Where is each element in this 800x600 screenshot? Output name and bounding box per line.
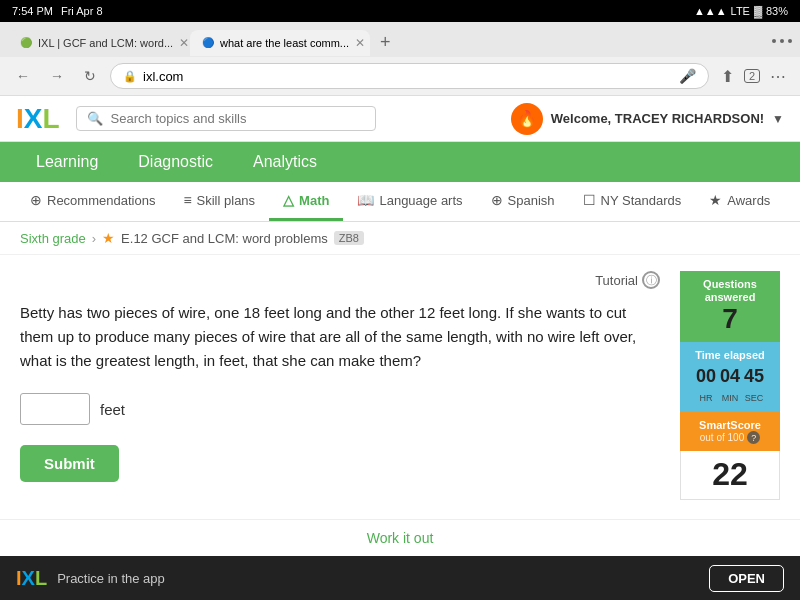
forward-button[interactable]: → — [44, 66, 70, 86]
tab-languagearts[interactable]: 📖 Language arts — [343, 182, 476, 221]
smartscore-value: 22 — [685, 457, 775, 492]
answer-row: feet — [20, 393, 660, 425]
tab-skillplans[interactable]: ≡ Skill plans — [169, 182, 269, 221]
lock-icon: 🔒 — [123, 70, 137, 83]
open-app-button[interactable]: OPEN — [709, 565, 784, 592]
tab1-favicon: 🟢 — [20, 37, 32, 48]
url-input[interactable] — [143, 69, 673, 84]
tab-count[interactable]: 2 — [744, 69, 760, 83]
submit-button[interactable]: Submit — [20, 445, 119, 482]
tab-math-label: Math — [299, 193, 329, 208]
breadcrumb-parent[interactable]: Sixth grade — [20, 231, 86, 246]
tab2-favicon: 🔵 — [202, 37, 214, 48]
share-button[interactable]: ⬆ — [717, 65, 738, 88]
tab-awards-label: Awards — [727, 193, 770, 208]
lte-icon: LTE — [731, 5, 750, 17]
tab-skillplans-label: Skill plans — [197, 193, 256, 208]
hr-value: 00 — [696, 366, 716, 387]
user-greeting[interactable]: Welcome, TRACEY RICHARDSON! — [551, 111, 764, 126]
sec-value: 45 — [744, 366, 764, 387]
answer-unit: feet — [100, 401, 125, 418]
battery-icon: ▓ — [754, 5, 762, 17]
tab2-title: what are the least comm... — [220, 37, 349, 49]
banner-logo-l: L — [35, 567, 47, 590]
time-hr: 00 HR — [696, 366, 716, 405]
search-input[interactable] — [111, 111, 365, 126]
tab-languagearts-label: Language arts — [379, 193, 462, 208]
smartscore-sub-text: out of 100 — [700, 432, 744, 443]
browser-tab-1[interactable]: 🟢 IXL | GCF and LCM: word... ✕ — [8, 30, 188, 56]
tab1-title: IXL | GCF and LCM: word... — [38, 37, 173, 49]
status-icons: ▲▲▲ LTE ▓ 83% — [694, 5, 788, 17]
menu-button[interactable]: ⋯ — [766, 65, 790, 88]
browser-tab-2[interactable]: 🔵 what are the least comm... ✕ — [190, 30, 370, 56]
nystandards-icon: ☐ — [583, 192, 596, 208]
tab1-close[interactable]: ✕ — [179, 36, 188, 50]
logo-l: L — [42, 103, 59, 135]
ixl-logo[interactable]: I X L — [16, 103, 60, 135]
user-area: 🔥 Welcome, TRACEY RICHARDSON! ▼ — [511, 103, 784, 135]
smartscore-label: SmartScore — [685, 419, 775, 431]
questions-value: 7 — [685, 304, 775, 335]
breadcrumb-sep: › — [92, 231, 96, 246]
tab-spanish-label: Spanish — [508, 193, 555, 208]
browser-nav-bar: ← → ↻ 🔒 🎤 ⬆ 2 ⋯ — [0, 57, 800, 95]
nav-right-buttons: ⬆ 2 ⋯ — [717, 65, 790, 88]
reload-button[interactable]: ↻ — [78, 66, 102, 86]
tab2-close[interactable]: ✕ — [355, 36, 365, 50]
time-label: Time elapsed — [685, 349, 775, 362]
nav-diagnostic[interactable]: Diagnostic — [118, 142, 233, 182]
skillplans-icon: ≡ — [183, 192, 191, 208]
main-nav: Learning Diagnostic Analytics — [0, 142, 800, 182]
answer-input[interactable] — [20, 393, 90, 425]
time-sec: 45 SEC — [744, 366, 764, 405]
time-display: 7:54 PM — [12, 5, 53, 17]
search-icon: 🔍 — [87, 111, 103, 126]
hr-label: HR — [699, 393, 712, 403]
time-elapsed-box: Time elapsed 00 HR 04 MIN 45 SEC — [680, 342, 780, 412]
tab-spanish[interactable]: ⊕ Spanish — [477, 182, 569, 221]
tab-recommendations-label: Recommendations — [47, 193, 155, 208]
address-bar[interactable]: 🔒 🎤 — [110, 63, 709, 89]
time-min: 04 MIN — [720, 366, 740, 405]
sec-label: SEC — [745, 393, 764, 403]
math-icon: △ — [283, 192, 294, 208]
battery-percent: 83% — [766, 5, 788, 17]
work-it-out[interactable]: Work it out — [0, 519, 800, 556]
questions-answered-box: Questions answered 7 — [680, 271, 780, 342]
tutorial-help-icon[interactable]: ⓘ — [642, 271, 660, 289]
tab-nystandards[interactable]: ☐ NY Standards — [569, 182, 696, 221]
mic-icon: 🎤 — [679, 68, 696, 84]
new-tab-button[interactable]: + — [372, 28, 399, 57]
dropdown-icon[interactable]: ▼ — [772, 112, 784, 126]
tab-bar: 🟢 IXL | GCF and LCM: word... ✕ 🔵 what ar… — [0, 22, 800, 57]
work-it-out-label: Work it out — [367, 530, 434, 546]
awards-icon: ★ — [709, 192, 722, 208]
search-box[interactable]: 🔍 — [76, 106, 376, 131]
subject-tabs: ⊕ Recommendations ≡ Skill plans △ Math 📖… — [0, 182, 800, 222]
status-bar: 7:54 PM Fri Apr 8 ▲▲▲ LTE ▓ 83% — [0, 0, 800, 22]
tab-math[interactable]: △ Math — [269, 182, 343, 221]
breadcrumb-badge: ZB8 — [334, 231, 364, 245]
breadcrumb-title: E.12 GCF and LCM: word problems — [121, 231, 328, 246]
logo-x: X — [24, 103, 43, 135]
smartscore-help-icon[interactable]: ? — [747, 431, 760, 444]
languagearts-icon: 📖 — [357, 192, 374, 208]
ixl-header: I X L 🔍 🔥 Welcome, TRACEY RICHARDSON! ▼ — [0, 96, 800, 142]
questions-label: Questions answered — [685, 278, 775, 304]
nav-analytics[interactable]: Analytics — [233, 142, 337, 182]
time-values: 00 HR 04 MIN 45 SEC — [685, 366, 775, 405]
smartscore-sublabel: out of 100 ? — [685, 431, 775, 444]
min-label: MIN — [722, 393, 739, 403]
tab-recommendations[interactable]: ⊕ Recommendations — [16, 182, 169, 221]
back-button[interactable]: ← — [10, 66, 36, 86]
tab-nystandards-label: NY Standards — [601, 193, 682, 208]
avatar: 🔥 — [511, 103, 543, 135]
banner-left: I X L Practice in the app — [16, 567, 165, 590]
tab-awards[interactable]: ★ Awards — [695, 182, 784, 221]
date-display: Fri Apr 8 — [61, 5, 103, 17]
signal-icon: ▲▲▲ — [694, 5, 727, 17]
nav-learning[interactable]: Learning — [16, 142, 118, 182]
breadcrumb-star-icon: ★ — [102, 230, 115, 246]
tutorial-link[interactable]: Tutorial ⓘ — [20, 271, 660, 289]
